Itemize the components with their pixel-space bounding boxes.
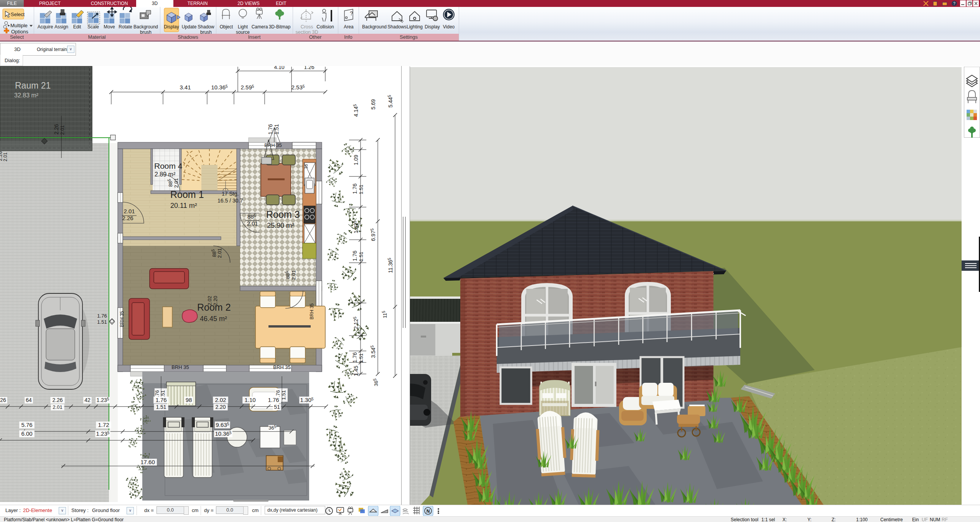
- svg-text:Cross: Cross: [301, 24, 313, 30]
- svg-text:Rotate: Rotate: [119, 24, 132, 30]
- svg-text:115: 115: [382, 311, 388, 318]
- svg-text:5.445: 5.445: [387, 95, 394, 107]
- svg-text:Move: Move: [104, 24, 115, 30]
- svg-text:2.01: 2.01: [59, 125, 65, 135]
- svg-text:BRH 35: BRH 35: [309, 303, 315, 319]
- svg-text:1.76: 1.76: [97, 313, 107, 319]
- svg-text:2.01: 2.01: [247, 220, 258, 227]
- svg-text:Options: Options: [11, 29, 28, 35]
- svg-text:2.01: 2.01: [217, 248, 222, 258]
- svg-text:2.89 m²: 2.89 m²: [155, 171, 176, 178]
- svg-text:3D-Bitmap: 3D-Bitmap: [269, 24, 291, 30]
- svg-text:17 Stg.: 17 Stg.: [222, 191, 239, 197]
- svg-text:17.60: 17.60: [140, 459, 155, 465]
- svg-text:Room 4: Room 4: [154, 161, 183, 170]
- svg-text:N: N: [427, 509, 430, 514]
- svg-text:1.51: 1.51: [358, 353, 364, 363]
- svg-text:365: 365: [373, 379, 379, 386]
- svg-text:2.20: 2.20: [212, 296, 218, 305]
- svg-text:26: 26: [0, 397, 6, 403]
- svg-text:1.51: 1.51: [358, 252, 364, 261]
- svg-text:4.145: 4.145: [353, 104, 359, 117]
- svg-text:?: ?: [953, 2, 955, 6]
- svg-text:Multiple: Multiple: [10, 23, 28, 28]
- svg-text:Display: Display: [425, 24, 440, 30]
- svg-text:6.00: 6.00: [21, 430, 32, 437]
- svg-text:35: 35: [304, 164, 308, 169]
- svg-text:Select: Select: [11, 12, 25, 17]
- svg-text:32.83 m²: 32.83 m²: [14, 92, 39, 99]
- svg-text:1.76: 1.76: [352, 352, 358, 362]
- svg-text:3.41: 3.41: [180, 84, 191, 91]
- svg-text:Room 3: Room 3: [266, 209, 300, 220]
- svg-text:25.90 m²: 25.90 m²: [267, 222, 294, 229]
- svg-text:2.01: 2.01: [291, 270, 296, 280]
- svg-text:2.02: 2.02: [215, 397, 226, 403]
- svg-text:BRH 35: BRH 35: [171, 364, 189, 370]
- svg-text:1.51: 1.51: [358, 184, 364, 194]
- svg-text:1.76: 1.76: [268, 397, 279, 403]
- svg-text:1.51: 1.51: [97, 319, 107, 325]
- svg-text:1.51: 1.51: [281, 390, 287, 400]
- svg-text:Raum 21: Raum 21: [15, 81, 51, 91]
- svg-text:1.10: 1.10: [244, 397, 255, 403]
- svg-text:6.975: 6.975: [370, 228, 376, 241]
- svg-text:Shadow: Shadow: [198, 24, 214, 30]
- svg-text:16.5 / 30.7: 16.5 / 30.7: [217, 198, 243, 204]
- svg-text:Lighting: Lighting: [407, 24, 423, 30]
- svg-text:1.45: 1.45: [353, 366, 359, 376]
- svg-text:Shadows: Shadows: [387, 24, 406, 30]
- svg-text:Display: Display: [164, 24, 179, 30]
- svg-text:1.26: 1.26: [304, 66, 314, 70]
- svg-text:source: source: [236, 30, 250, 35]
- svg-text:Light: Light: [238, 24, 248, 30]
- svg-text:10.365: 10.365: [211, 84, 228, 91]
- svg-text:Room 1: Room 1: [170, 189, 204, 200]
- svg-text:Camera: Camera: [252, 24, 268, 30]
- svg-text:brush: brush: [200, 30, 212, 35]
- svg-text:Edit: Edit: [73, 24, 81, 30]
- svg-text:Background: Background: [133, 24, 158, 30]
- svg-text:Update: Update: [182, 24, 197, 30]
- svg-text:2.26: 2.26: [122, 215, 133, 221]
- svg-text:2.26: 2.26: [52, 397, 63, 403]
- svg-text:51: 51: [274, 404, 280, 410]
- svg-text:Acquire: Acquire: [38, 24, 53, 30]
- svg-text:Background: Background: [362, 24, 387, 30]
- svg-text:46.45 m²: 46.45 m²: [200, 315, 227, 323]
- svg-text:Assign: Assign: [54, 24, 68, 30]
- svg-text:1.51: 1.51: [273, 124, 280, 134]
- svg-text:?: ?: [350, 10, 353, 16]
- svg-text:4.10: 4.10: [274, 66, 284, 70]
- svg-text:2.01: 2.01: [53, 404, 62, 410]
- svg-text:1.51: 1.51: [156, 404, 166, 410]
- svg-text:Video: Video: [443, 24, 455, 30]
- svg-text:Scale: Scale: [87, 24, 99, 30]
- svg-text:5.69: 5.69: [370, 99, 376, 109]
- svg-text:1.76: 1.76: [155, 397, 166, 403]
- svg-text:2.125: 2.125: [353, 316, 359, 329]
- svg-text:Collision: Collision: [316, 24, 334, 30]
- svg-text:64: 64: [26, 397, 32, 403]
- svg-text:BRH 35: BRH 35: [119, 311, 125, 327]
- svg-text:BRH 35: BRH 35: [264, 142, 282, 148]
- svg-text:Area: Area: [344, 24, 354, 30]
- svg-text:1.76: 1.76: [352, 250, 358, 261]
- svg-text:section 3D: section 3D: [295, 30, 318, 35]
- svg-text:20.11 m²: 20.11 m²: [170, 202, 197, 209]
- svg-text:2.01: 2.01: [124, 208, 135, 214]
- svg-text:42: 42: [84, 397, 91, 403]
- svg-text:1.76: 1.76: [267, 124, 273, 134]
- svg-text:10.365: 10.365: [215, 430, 232, 437]
- svg-text:2.20: 2.20: [215, 404, 226, 410]
- svg-text:2.01: 2.01: [173, 178, 179, 188]
- svg-text:2.26: 2.26: [53, 124, 59, 134]
- svg-text:brush: brush: [140, 30, 152, 35]
- svg-text:11.365: 11.365: [387, 258, 394, 273]
- svg-text:Object: Object: [220, 24, 233, 30]
- svg-text:1.09: 1.09: [353, 155, 359, 165]
- svg-text:1.425: 1.425: [353, 221, 359, 233]
- svg-text:2.01: 2.01: [3, 152, 8, 161]
- svg-text:1.76: 1.76: [352, 183, 358, 194]
- svg-text:98: 98: [186, 397, 192, 403]
